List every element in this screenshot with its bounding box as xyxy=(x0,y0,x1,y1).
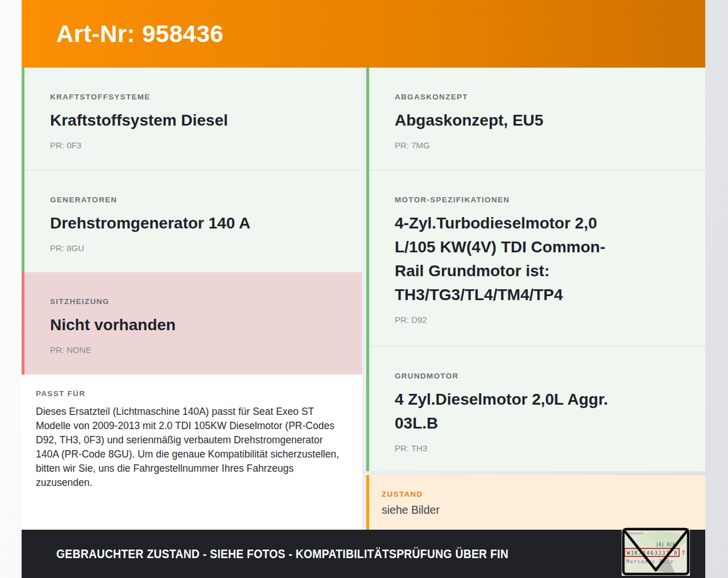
spec-label: GRUNDMOTOR xyxy=(395,372,682,380)
spec-pr-code: PR: D92 xyxy=(395,315,682,325)
footer-notice-text: GEBRAUCHTER ZUSTAND - SIEHE FOTOS - KOMP… xyxy=(56,547,508,562)
spec-value: 4-Zyl.Turbodieselmotor 2,0 L/105 KW(4V) … xyxy=(395,211,682,307)
main-content: KRAFTSTOFFSYSTEME Kraftstoffsystem Diese… xyxy=(22,68,705,530)
right-green-card: ABGASKONZEPT Abgaskonzept, EU5 PR: 7MG M… xyxy=(366,68,705,471)
spec-generator: GENERATOREN Drehstromgenerator 140 A PR:… xyxy=(24,171,362,272)
spec-label: KRAFTSTOFFSYSTEME xyxy=(50,93,340,101)
condition-label: ZUSTAND xyxy=(382,490,688,498)
left-column: KRAFTSTOFFSYSTEME Kraftstoffsystem Diese… xyxy=(22,68,362,530)
condition-card: ZUSTAND siehe Bilder xyxy=(366,475,705,530)
condition-section: ZUSTAND siehe Bilder xyxy=(369,475,705,517)
spec-pr-code: PR: 7MG xyxy=(395,140,682,150)
spec-base-engine: GRUNDMOTOR 4 Zyl.Dieselmotor 2,0L Aggr. … xyxy=(369,347,705,471)
fits-for-card: PASST FÜR Dieses Ersatzteil (Lichtmaschi… xyxy=(22,375,362,530)
left-green-card: KRAFTSTOFFSYSTEME Kraftstoffsystem Diese… xyxy=(22,68,362,272)
listing-page: Art-Nr: 958436 KRAFTSTOFFSYSTEME Kraftst… xyxy=(0,0,728,578)
spec-value: Abgaskonzept, EU5 xyxy=(395,109,682,132)
spec-pr-code: PR: NONE xyxy=(50,345,340,355)
spec-seat-heating: SITZHEIZUNG Nicht vorhanden PR: NONE xyxy=(24,272,362,355)
spec-pr-code: PR: TH3 xyxy=(395,443,682,453)
column-gap xyxy=(366,471,705,475)
spec-fuel-system: KRAFTSTOFFSYSTEME Kraftstoffsystem Diese… xyxy=(24,68,362,170)
fits-for-label: PASST FÜR xyxy=(36,389,341,398)
spec-label: MOTOR-SPEZIFIKATIONEN xyxy=(395,196,682,204)
spec-emission-concept: ABGASKONZEPT Abgaskonzept, EU5 PR: 7MG xyxy=(369,68,705,170)
spec-value: Kraftstoffsystem Diesel xyxy=(50,109,340,132)
vin-text: W1K71463J31 8 7 xyxy=(627,550,686,556)
article-number-title: Art-Nr: 958436 xyxy=(56,20,224,48)
fin-document-envelope-image: Fahrgestell-Nr. |4| A|A W1K71463J31 8 7 … xyxy=(622,527,690,576)
seat-heating-warning-card: SITZHEIZUNG Nicht vorhanden PR: NONE xyxy=(22,272,362,375)
condition-value: siehe Bilder xyxy=(382,504,688,517)
spec-pr-code: PR: 0F3 xyxy=(50,140,340,150)
spec-value: 4 Zyl.Dieselmotor 2,0L Aggr. 03L.B xyxy=(395,388,682,435)
spec-motor-specifications: MOTOR-SPEZIFIKATIONEN 4-Zyl.Turbodieselm… xyxy=(369,171,705,346)
spec-pr-code: PR: 8GU xyxy=(50,243,340,253)
envelope-icon: Fahrgestell-Nr. |4| A|A W1K71463J31 8 7 … xyxy=(622,527,690,576)
spec-label: ABGASKONZEPT xyxy=(395,93,682,101)
spec-label: SITZHEIZUNG xyxy=(50,297,340,306)
fits-for-description: Dieses Ersatzteil (Lichtmaschine 140A) p… xyxy=(36,405,341,490)
doc-row-text: |4| A|A xyxy=(656,542,675,547)
spec-value: Nicht vorhanden xyxy=(50,313,340,337)
footer-banner: GEBRAUCHTER ZUSTAND - SIEHE FOTOS - KOMP… xyxy=(22,530,705,578)
spec-label: GENERATOREN xyxy=(50,196,340,204)
spec-value: Drehstromgenerator 140 A xyxy=(50,211,340,235)
right-column: ABGASKONZEPT Abgaskonzept, EU5 PR: 7MG M… xyxy=(366,68,705,530)
header-banner: Art-Nr: 958436 xyxy=(22,0,705,68)
fits-for-section: PASST FÜR Dieses Ersatzteil (Lichtmaschi… xyxy=(22,375,362,490)
